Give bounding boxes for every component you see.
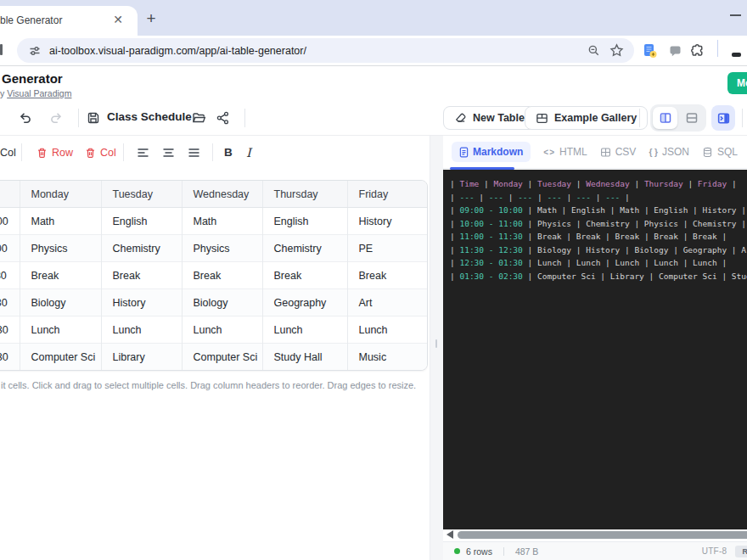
example-gallery-button[interactable]: Example Gallery	[525, 106, 648, 130]
add-col-button[interactable]: Col	[0, 136, 16, 169]
extension-chat-icon[interactable]	[669, 45, 682, 58]
table-cell[interactable]: 10:00 - 11:00	[0, 235, 20, 262]
table-cell[interactable]: Computer Sci	[182, 344, 262, 371]
profile-avatar-icon[interactable]	[732, 53, 741, 57]
column-header[interactable]: Thursday	[262, 181, 347, 208]
tab-json[interactable]: { } JSON	[649, 146, 689, 158]
table-cell[interactable]: Math	[20, 208, 101, 235]
toolbar-separator	[639, 109, 640, 127]
extension-docs-icon[interactable]	[643, 43, 658, 59]
split-horizontal-button[interactable]	[679, 107, 704, 129]
table-row: 01:30 - 02:30Computer SciLibraryComputer…	[0, 344, 427, 371]
site-settings-icon[interactable]	[29, 45, 41, 57]
table-cell[interactable]: Break	[20, 262, 101, 289]
align-right-button[interactable]	[187, 136, 201, 169]
table-cell[interactable]: 12:30 - 01:30	[0, 316, 20, 344]
tab-sql[interactable]: SQL	[702, 146, 738, 158]
app-byline: y Visual Paradigm	[0, 88, 71, 98]
new-table-button[interactable]: New Table	[443, 106, 536, 130]
table-cell[interactable]: Chemistry	[101, 235, 182, 262]
column-header[interactable]: Friday	[347, 181, 427, 208]
byline-link[interactable]: Visual Paradigm	[7, 88, 71, 98]
more-button[interactable]: Mo	[727, 72, 747, 94]
bold-label: B	[224, 146, 233, 159]
table-cell[interactable]: Lunch	[20, 316, 101, 344]
document-name[interactable]: Class Schedule	[107, 110, 192, 123]
table-cell[interactable]: Chemistry	[262, 235, 347, 262]
column-header[interactable]: Time	[0, 181, 20, 208]
align-left-button[interactable]	[136, 136, 150, 169]
browser-tab[interactable]: ble Generator ✕	[0, 6, 138, 36]
table-cell[interactable]: Biology	[182, 289, 262, 316]
split-columns-icon	[659, 111, 672, 125]
panel-resize-handle[interactable]	[435, 339, 437, 348]
delete-col-button[interactable]: Col	[85, 136, 116, 169]
table-cell[interactable]: Art	[347, 289, 427, 316]
table-cell[interactable]: English	[262, 208, 347, 235]
table-cell[interactable]: Physics	[182, 235, 262, 262]
url-text: ai-toolbox.visual-paradigm.com/app/ai-ta…	[49, 45, 306, 57]
toggle-right-panel-button[interactable]	[711, 105, 735, 131]
toolbar-separator	[244, 109, 245, 127]
table-cell[interactable]: PE	[347, 235, 427, 262]
trash-icon	[85, 147, 96, 159]
table-cell[interactable]: Lunch	[182, 316, 262, 344]
table-cell[interactable]: 09:00 - 10:00	[0, 208, 20, 235]
window-minimize-button[interactable]	[730, 14, 741, 16]
table-cell[interactable]: Break	[101, 262, 182, 289]
address-bar[interactable]: ai-toolbox.visual-paradigm.com/app/ai-ta…	[17, 38, 634, 63]
tab-markdown[interactable]: Markdown	[452, 142, 531, 162]
tab-html[interactable]: <> HTML	[543, 146, 587, 158]
table-row: 11:30 - 12:30BiologyHistoryBiologyGeogra…	[0, 289, 427, 316]
tab-csv[interactable]: CSV	[600, 146, 637, 158]
save-icon[interactable]	[87, 111, 100, 125]
undo-icon[interactable]	[19, 111, 32, 125]
code-editor[interactable]: | Time | Monday | Tuesday | Wednesday | …	[443, 170, 747, 529]
new-tab-button[interactable]: +	[141, 8, 161, 29]
table-cell[interactable]: 11:00 - 11:30	[0, 262, 20, 289]
scrollbar-thumb[interactable]	[458, 531, 747, 539]
table-cell[interactable]: Break	[347, 262, 427, 289]
table-cell[interactable]: Lunch	[262, 316, 347, 344]
delete-row-button[interactable]: Row	[37, 136, 73, 169]
table-cell[interactable]: Geography	[262, 289, 347, 316]
schedule-table[interactable]: TimeMondayTuesdayWednesdayThursdayFriday…	[0, 181, 427, 370]
column-header[interactable]: Tuesday	[101, 181, 182, 208]
zoom-out-icon[interactable]	[587, 44, 600, 57]
split-vertical-button[interactable]	[653, 107, 677, 129]
table-cell[interactable]: Lunch	[347, 316, 427, 344]
app-header: Generator y Visual Paradigm Mo	[0, 66, 747, 102]
table-cell[interactable]: Math	[182, 208, 262, 235]
reload-icon[interactable]	[0, 44, 3, 55]
table-cell[interactable]: Study Hall	[262, 344, 347, 371]
table-cell[interactable]: Break	[182, 262, 262, 289]
bookmark-star-icon[interactable]	[609, 43, 624, 58]
table-cell[interactable]: Break	[262, 262, 347, 289]
italic-button[interactable]: I	[246, 136, 251, 169]
trash-icon	[37, 147, 48, 159]
scroll-left-arrow-icon[interactable]	[447, 530, 453, 539]
share-icon[interactable]	[216, 111, 229, 125]
table-cell[interactable]: English	[101, 208, 182, 235]
table-cell[interactable]: Music	[347, 344, 427, 371]
align-center-button[interactable]	[161, 136, 176, 169]
example-gallery-label: Example Gallery	[554, 112, 637, 124]
table-cell[interactable]: 01:30 - 02:30	[0, 344, 20, 371]
table-cell[interactable]: Lunch	[101, 316, 182, 344]
table-cell[interactable]: History	[347, 208, 427, 235]
column-header[interactable]: Wednesday	[182, 181, 262, 208]
table-cell[interactable]: Computer Sci	[20, 344, 101, 371]
table-cell[interactable]: Biology	[20, 289, 101, 316]
table-cell[interactable]: Library	[101, 344, 182, 371]
redo-icon[interactable]	[49, 111, 63, 125]
code-line: | 09:00 - 10:00 | Math | English | Math …	[450, 204, 747, 217]
bold-button[interactable]: B	[224, 136, 233, 169]
tab-close-icon[interactable]: ✕	[110, 13, 126, 28]
panel-divider[interactable]	[430, 136, 444, 560]
table-cell[interactable]: History	[101, 289, 182, 316]
open-folder-icon[interactable]	[192, 111, 206, 125]
extensions-puzzle-icon[interactable]	[691, 43, 705, 58]
table-cell[interactable]: Physics	[20, 235, 101, 262]
column-header[interactable]: Monday	[20, 181, 101, 208]
table-cell[interactable]: 11:30 - 12:30	[0, 289, 20, 316]
